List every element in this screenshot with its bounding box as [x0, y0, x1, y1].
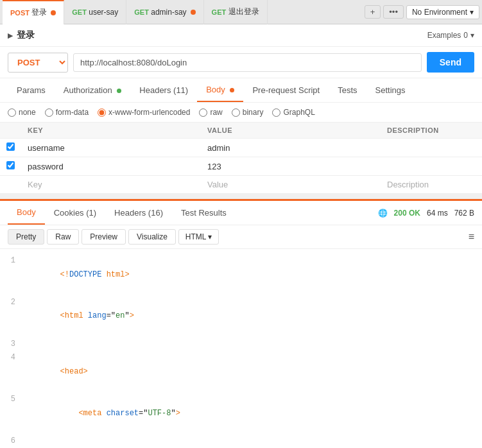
tab-headers[interactable]: Headers (11) — [130, 79, 197, 101]
tab-post-login[interactable]: POST 登录 — [3, 0, 64, 24]
tab-method-label: GET — [134, 8, 149, 16]
url-input[interactable] — [73, 53, 422, 72]
tab-dot-orange — [51, 10, 56, 15]
tab-dot-orange2 — [191, 10, 196, 15]
examples-button[interactable]: Examples 0 ▾ — [427, 31, 474, 40]
code-line-2: 2 <html lang="en"> — [0, 296, 482, 338]
table-row: username admin — [0, 139, 482, 157]
request-name-bar: ▶ 登录 Examples 0 ▾ — [0, 24, 482, 47]
line-content — [23, 338, 482, 352]
request-tabs-nav: Params Authorization Headers (11) Body P… — [0, 78, 482, 103]
line-number: 1 — [0, 254, 23, 268]
globe-icon: 🌐 — [378, 209, 388, 218]
line-content: <html lang="en"> — [23, 296, 482, 338]
line-content: <head> — [23, 351, 482, 393]
value-cell-empty[interactable]: Value — [201, 176, 381, 194]
code-token: <! — [60, 270, 69, 279]
radio-formdata[interactable]: form-data — [45, 108, 89, 117]
table-row: password 123 — [0, 157, 482, 176]
chevron-down-icon: ▾ — [470, 31, 474, 40]
tab-title: 退出登录 — [228, 6, 259, 17]
params-table: KEY VALUE DESCRIPTION username admin pas… — [0, 123, 482, 194]
line-content: <title>九月的山沉-SUCCESS</title> — [23, 435, 482, 448]
format-pretty-button[interactable]: Pretty — [8, 229, 44, 245]
line-number: 3 — [0, 338, 23, 352]
format-raw-button[interactable]: Raw — [47, 229, 79, 245]
code-line-1: 1 <!DOCTYPE html> — [0, 254, 482, 296]
tab-get-adminsay[interactable]: GET admin-say — [126, 0, 203, 24]
tab-bar: POST 登录 GET user-say GET admin-say GET 退… — [0, 0, 482, 24]
send-button[interactable]: Send — [427, 52, 474, 73]
key-cell-password[interactable]: password — [21, 157, 201, 176]
tab-tests[interactable]: Tests — [329, 79, 366, 101]
row-checkbox-password[interactable] — [6, 161, 15, 169]
line-number: 4 — [0, 351, 23, 365]
radio-raw[interactable]: raw — [199, 108, 222, 117]
chevron-down-icon: ▾ — [470, 8, 474, 17]
line-number: 2 — [0, 296, 23, 310]
expand-arrow-icon[interactable]: ▶ — [8, 31, 13, 40]
desc-cell-password[interactable] — [381, 157, 482, 176]
response-tab-testresults[interactable]: Test Results — [172, 202, 236, 224]
code-line-6: 6 <title>九月的山沉-SUCCESS</title> — [0, 435, 482, 448]
radio-urlencoded[interactable]: x-www-form-urlencoded — [98, 108, 190, 117]
line-content: <meta charset="UTF-8"> — [23, 393, 482, 435]
response-tab-headers[interactable]: Headers (16) — [105, 202, 172, 224]
tab-body[interactable]: Body — [197, 78, 243, 102]
tab-method-label: GET — [72, 8, 87, 16]
add-tab-button[interactable]: + — [365, 5, 381, 19]
format-lines-icon[interactable]: ≡ — [469, 231, 474, 243]
chevron-down-icon: ▾ — [208, 232, 212, 241]
method-select[interactable]: POST GET PUT DELETE — [8, 53, 68, 73]
value-cell-password[interactable]: 123 — [201, 157, 381, 176]
code-line-5: 5 <meta charset="UTF-8"> — [0, 393, 482, 435]
key-cell-username[interactable]: username — [21, 139, 201, 157]
examples-count: 0 — [463, 31, 468, 40]
code-line-4: 4 <head> — [0, 351, 482, 393]
response-tab-cookies[interactable]: Cookies (1) — [45, 202, 105, 224]
format-toolbar: Pretty Raw Preview Visualize HTML ▾ ≡ — [0, 225, 482, 249]
tab-method-label: POST — [10, 9, 30, 17]
radio-graphql[interactable]: GraphQL — [272, 108, 314, 117]
tab-authorization[interactable]: Authorization — [55, 79, 131, 101]
key-cell-empty[interactable]: Key — [21, 176, 201, 194]
url-bar: POST GET PUT DELETE Send — [0, 47, 482, 78]
desc-cell-empty[interactable]: Description — [381, 176, 482, 194]
line-content: <!DOCTYPE html> — [23, 254, 482, 296]
request-panel: ▶ 登录 Examples 0 ▾ POST GET PUT DELETE Se… — [0, 24, 482, 194]
format-language-label: HTML — [185, 232, 207, 241]
col-header-key: KEY — [21, 123, 201, 139]
tab-params[interactable]: Params — [8, 79, 55, 101]
value-cell-username[interactable]: admin — [201, 139, 381, 157]
tab-title: admin-say — [151, 8, 186, 17]
response-status: 🌐 200 OK 64 ms 762 B — [378, 209, 474, 218]
format-preview-button[interactable]: Preview — [82, 229, 126, 245]
body-indicator — [230, 88, 234, 92]
response-panel: Body Cookies (1) Headers (16) Test Resul… — [0, 199, 482, 448]
tab-prerequest[interactable]: Pre-request Script — [243, 79, 329, 101]
table-row-empty: Key Value Description — [0, 176, 482, 194]
response-tab-body[interactable]: Body — [8, 201, 45, 225]
tab-settings[interactable]: Settings — [366, 79, 415, 101]
row-checkbox-username[interactable] — [6, 142, 15, 151]
desc-cell-username[interactable] — [381, 139, 482, 157]
radio-none[interactable]: none — [8, 108, 36, 117]
response-tabs: Body Cookies (1) Headers (16) Test Resul… — [0, 201, 482, 225]
tab-method-label: GET — [212, 8, 227, 16]
code-area: 1 <!DOCTYPE html> 2 <html lang="en"> 3 4… — [0, 249, 482, 448]
tab-title: user-say — [89, 8, 118, 17]
line-number: 5 — [0, 393, 23, 407]
radio-binary[interactable]: binary — [232, 108, 264, 117]
format-language-dropdown[interactable]: HTML ▾ — [178, 229, 219, 245]
status-ok-label: 200 OK — [394, 209, 420, 218]
examples-label: Examples — [427, 31, 461, 40]
col-header-checkbox — [0, 123, 21, 139]
env-label: No Environment — [412, 8, 467, 17]
env-selector[interactable]: No Environment ▾ — [406, 5, 479, 19]
format-visualize-button[interactable]: Visualize — [128, 229, 176, 245]
tab-get-logout[interactable]: GET 退出登录 — [204, 0, 268, 24]
more-tabs-button[interactable]: ••• — [383, 5, 404, 19]
tab-title: 登录 — [31, 7, 47, 18]
body-options: none form-data x-www-form-urlencoded raw… — [0, 103, 482, 123]
tab-get-usersay[interactable]: GET user-say — [64, 0, 126, 24]
